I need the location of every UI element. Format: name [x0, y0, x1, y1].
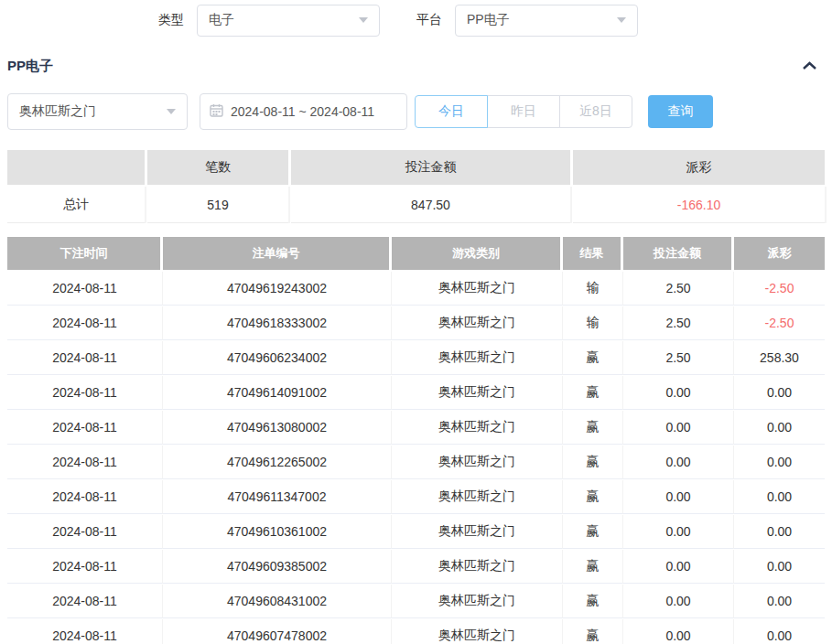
date-range-picker[interactable]: 2024-08-11 ~ 2024-08-11: [200, 93, 407, 130]
cell-game: 奥林匹斯之门: [392, 341, 563, 375]
platform-select[interactable]: PP电子: [455, 5, 638, 37]
cell-result: 赢: [563, 480, 623, 514]
summary-header-bet-amount: 投注金额: [291, 150, 570, 185]
table-row: 2024-08-1147049609385002奥林匹斯之门赢0.000.00: [7, 550, 825, 585]
cell-bet-amount: 0.00: [623, 619, 734, 644]
cell-bet-id: 47049607478002: [163, 619, 392, 644]
date-range-value: 2024-08-11 ~ 2024-08-11: [231, 104, 374, 119]
bet-table-header-row: 下注时间 注单编号 游戏类别 结果 投注金额 派彩: [7, 237, 825, 270]
cell-payout: 0.00: [734, 585, 825, 618]
cell-game: 奥林匹斯之门: [392, 619, 563, 644]
cell-payout: 0.00: [734, 376, 825, 410]
chevron-down-icon: [167, 109, 176, 114]
platform-select-value: PP电子: [467, 12, 510, 28]
summary-header-count: 笔数: [147, 150, 288, 185]
toolbar: 奥林匹斯之门 2024-08-11 ~ 2024-08-11 今日 昨日 近8日…: [7, 93, 832, 130]
type-select-value: 电子: [209, 12, 234, 28]
cell-bet-id: 47049611347002: [163, 480, 392, 514]
cell-payout: 258.30: [734, 341, 825, 375]
cell-time: 2024-08-11: [7, 341, 163, 375]
platform-label: 平台: [416, 12, 442, 28]
cell-time: 2024-08-11: [7, 411, 163, 445]
table-row: 2024-08-1147049612265002奥林匹斯之门赢0.000.00: [7, 445, 825, 480]
cell-game: 奥林匹斯之门: [392, 445, 563, 479]
today-button[interactable]: 今日: [415, 95, 488, 128]
table-row: 2024-08-1147049608431002奥林匹斯之门赢0.000.00: [7, 585, 825, 619]
cell-bet-amount: 0.00: [623, 480, 734, 514]
cell-bet-id: 47049618333002: [163, 306, 392, 340]
bet-header-time: 下注时间: [7, 237, 160, 270]
cell-time: 2024-08-11: [7, 306, 163, 340]
cell-time: 2024-08-11: [7, 515, 163, 549]
cell-bet-amount: 0.00: [623, 515, 734, 549]
table-row: 2024-08-1147049619243002奥林匹斯之门输2.50-2.50: [7, 272, 825, 306]
bet-table-body: 2024-08-1147049619243002奥林匹斯之门输2.50-2.50…: [7, 272, 825, 644]
cell-payout: 0.00: [734, 515, 825, 549]
last-8-days-button[interactable]: 近8日: [559, 95, 632, 128]
table-row: 2024-08-1147049618333002奥林匹斯之门输2.50-2.50: [7, 306, 825, 341]
cell-time: 2024-08-11: [7, 480, 163, 514]
cell-bet-amount: 0.00: [623, 550, 734, 584]
cell-result: 赢: [563, 411, 623, 445]
cell-game: 奥林匹斯之门: [392, 376, 563, 410]
chevron-up-icon[interactable]: [802, 60, 817, 71]
table-row: 2024-08-1147049610361002奥林匹斯之门赢0.000.00: [7, 515, 825, 550]
top-filter-bar: 类型 电子 平台 PP电子: [0, 0, 832, 40]
cell-result: 赢: [563, 619, 623, 644]
cell-game: 奥林匹斯之门: [392, 411, 563, 445]
cell-bet-amount: 0.00: [623, 445, 734, 479]
bet-header-bet-id: 注单编号: [163, 237, 389, 270]
table-row: 2024-08-1147049611347002奥林匹斯之门赢0.000.00: [7, 480, 825, 515]
cell-game: 奥林匹斯之门: [392, 550, 563, 584]
cell-payout: -2.50: [734, 306, 825, 340]
chevron-down-icon: [359, 17, 368, 23]
cell-bet-id: 47049608431002: [163, 585, 392, 618]
cell-time: 2024-08-11: [7, 619, 163, 644]
cell-payout: 0.00: [734, 619, 825, 644]
summary-total-payout: -166.10: [573, 187, 825, 223]
cell-bet-id: 47049609385002: [163, 550, 392, 584]
bet-header-result: 结果: [563, 237, 621, 270]
cell-game: 奥林匹斯之门: [392, 306, 563, 340]
summary-total-bet-amount: 847.50: [291, 187, 570, 223]
cell-bet-id: 47049610361002: [163, 515, 392, 549]
cell-result: 赢: [563, 550, 623, 584]
cell-bet-id: 47049606234002: [163, 341, 392, 375]
summary-total-label: 总计: [7, 187, 145, 223]
bet-table: 下注时间 注单编号 游戏类别 结果 投注金额 派彩 2024-08-114704…: [7, 237, 825, 644]
cell-result: 赢: [563, 515, 623, 549]
game-select-value: 奥林匹斯之门: [19, 103, 96, 120]
cell-time: 2024-08-11: [7, 585, 163, 618]
yesterday-button[interactable]: 昨日: [487, 95, 560, 128]
bet-header-payout: 派彩: [734, 237, 825, 270]
cell-game: 奥林匹斯之门: [392, 585, 563, 618]
quick-date-button-group: 今日 昨日 近8日: [415, 95, 632, 128]
cell-result: 赢: [563, 341, 623, 375]
cell-game: 奥林匹斯之门: [392, 480, 563, 514]
cell-bet-id: 47049614091002: [163, 376, 392, 410]
summary-total-count: 519: [147, 187, 288, 223]
cell-payout: 0.00: [734, 445, 825, 479]
cell-time: 2024-08-11: [7, 445, 163, 479]
query-button[interactable]: 查询: [648, 95, 713, 128]
section-header: PP电子: [0, 55, 832, 77]
type-select[interactable]: 电子: [197, 5, 380, 37]
summary-table: 笔数 投注金额 派彩 总计 519 847.50 -166.10: [7, 150, 825, 223]
table-row: 2024-08-1147049606234002奥林匹斯之门赢2.50258.3…: [7, 341, 825, 376]
cell-payout: 0.00: [734, 550, 825, 584]
bet-header-game: 游戏类别: [392, 237, 560, 270]
cell-game: 奥林匹斯之门: [392, 272, 563, 306]
summary-header-row: 笔数 投注金额 派彩: [7, 150, 825, 185]
cell-bet-amount: 0.00: [623, 376, 734, 410]
cell-time: 2024-08-11: [7, 272, 163, 306]
summary-total-row: 总计 519 847.50 -166.10: [7, 187, 825, 223]
cell-bet-amount: 0.00: [623, 411, 734, 445]
cell-payout: 0.00: [734, 411, 825, 445]
game-select[interactable]: 奥林匹斯之门: [7, 93, 188, 130]
cell-game: 奥林匹斯之门: [392, 515, 563, 549]
cell-payout: 0.00: [734, 480, 825, 514]
cell-result: 输: [563, 272, 623, 306]
type-label: 类型: [158, 12, 184, 28]
cell-bet-amount: 2.50: [623, 341, 734, 375]
section-title: PP电子: [7, 58, 53, 75]
